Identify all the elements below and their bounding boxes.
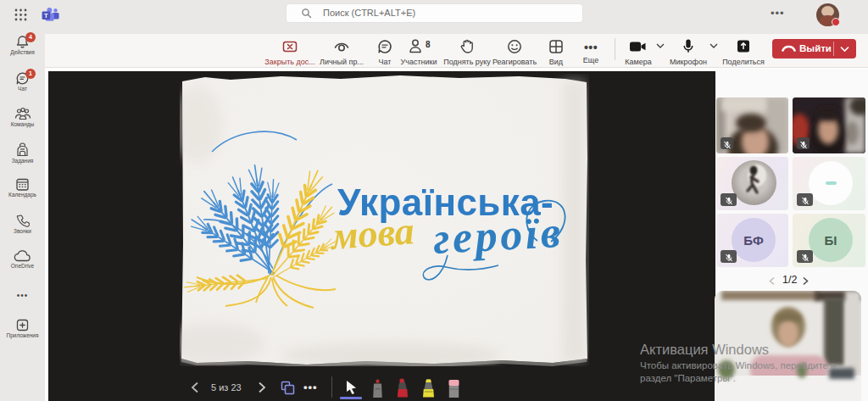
svg-text:мова: мова <box>328 209 415 258</box>
svg-text:8: 8 <box>426 40 431 49</box>
svg-text:T: T <box>44 12 48 19</box>
svg-text:героїв: героїв <box>432 208 565 263</box>
